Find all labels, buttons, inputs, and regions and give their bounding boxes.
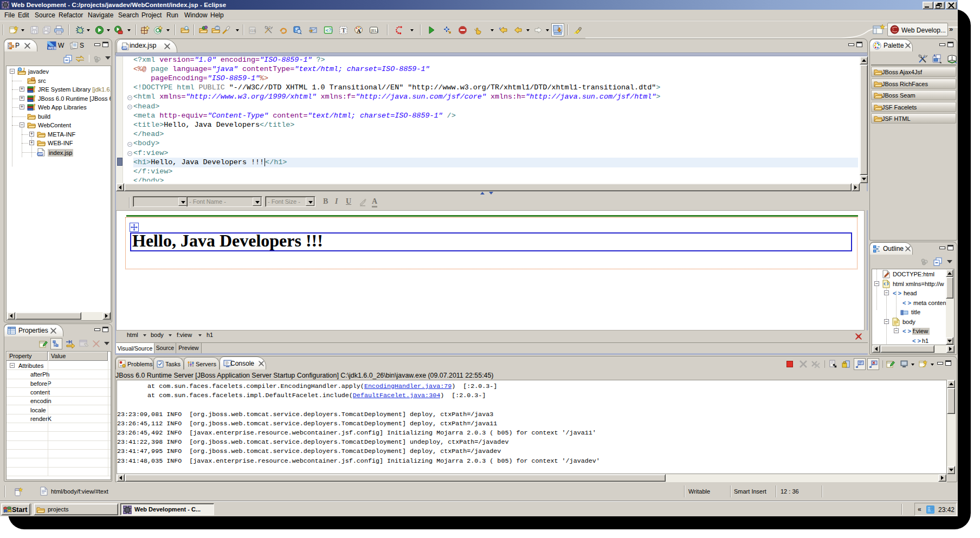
svg-text:WEB: WEB [48, 46, 56, 50]
svg-text:T: T [341, 27, 346, 34]
svg-text:{EL}: {EL} [371, 28, 378, 33]
svg-text:A: A [357, 28, 361, 34]
svg-text:JSP: JSP [122, 47, 127, 49]
svg-text:<?>: <?> [326, 28, 333, 33]
svg-text:J: J [23, 67, 25, 72]
svg-text:JSP: JSP [38, 152, 43, 155]
